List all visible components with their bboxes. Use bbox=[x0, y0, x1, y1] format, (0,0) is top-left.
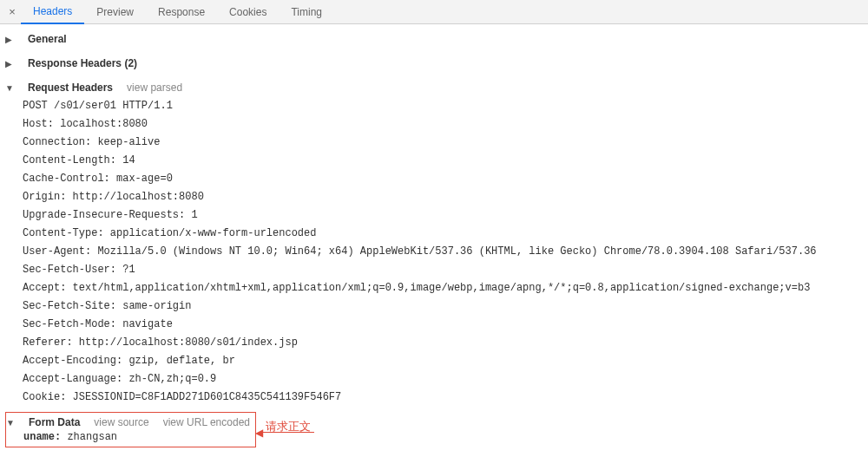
form-field-key: uname: bbox=[6, 431, 61, 443]
devtools-tabbar: × Headers Preview Response Cookies Timin… bbox=[0, 0, 868, 24]
close-icon[interactable]: × bbox=[3, 5, 21, 18]
view-source-link[interactable]: view source bbox=[94, 416, 148, 428]
tab-response[interactable]: Response bbox=[146, 0, 217, 24]
view-parsed-link[interactable]: view parsed bbox=[127, 82, 182, 94]
section-form-data-title: Form Data bbox=[29, 416, 80, 428]
form-data-highlight-box: ▼ Form Data view source view URL encoded… bbox=[5, 412, 256, 447]
section-response-headers[interactable]: ▶ Response Headers (2) bbox=[5, 54, 863, 73]
chevron-down-icon: ▼ bbox=[5, 83, 14, 93]
annotation-arrow-icon: ◀ bbox=[255, 428, 263, 438]
section-request-headers[interactable]: ▼ Request Headers view parsed bbox=[5, 78, 863, 97]
section-form-data[interactable]: ▼ Form Data view source view URL encoded bbox=[6, 415, 250, 430]
request-headers-raw: POST /s01/ser01 HTTP/1.1 Host: localhost… bbox=[5, 97, 863, 407]
chevron-right-icon: ▶ bbox=[5, 35, 14, 44]
tab-headers[interactable]: Headers bbox=[21, 0, 84, 24]
section-response-headers-title: Response Headers (2) bbox=[28, 57, 137, 69]
chevron-right-icon: ▶ bbox=[5, 59, 14, 69]
form-field-value: zhangsan bbox=[61, 431, 117, 443]
tab-preview[interactable]: Preview bbox=[84, 0, 146, 24]
annotation-text: 请求正文 bbox=[266, 419, 311, 434]
tab-cookies[interactable]: Cookies bbox=[217, 0, 279, 24]
section-request-headers-title: Request Headers bbox=[28, 82, 113, 94]
section-general[interactable]: ▶ General bbox=[5, 29, 863, 49]
section-general-title: General bbox=[28, 33, 67, 45]
view-url-encoded-link[interactable]: view URL encoded bbox=[163, 416, 250, 428]
headers-panel: ▶ General ▶ Response Headers (2) ▼ Reque… bbox=[0, 24, 868, 453]
chevron-down-icon: ▼ bbox=[6, 418, 15, 428]
tab-timing[interactable]: Timing bbox=[279, 0, 334, 24]
